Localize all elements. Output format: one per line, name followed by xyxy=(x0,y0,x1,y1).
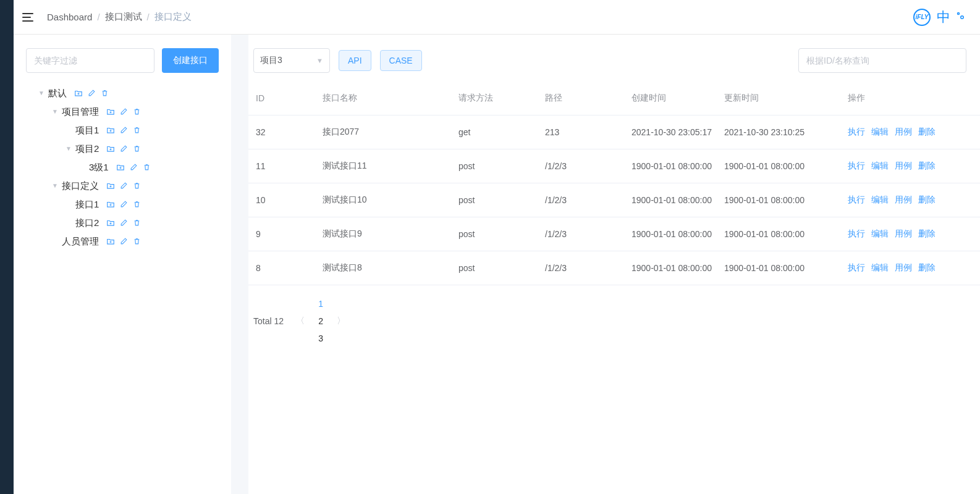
add-folder-icon[interactable] xyxy=(106,219,115,227)
tab-case[interactable]: CASE xyxy=(380,50,422,71)
delete-icon[interactable] xyxy=(101,89,109,98)
action-delete[interactable]: 删除 xyxy=(918,228,936,238)
language-toggle[interactable]: 中 xyxy=(937,8,950,27)
caret-down-icon[interactable]: ▼ xyxy=(52,177,58,195)
tree-node-project-mgmt[interactable]: 项目管理 xyxy=(62,103,99,121)
tree-filter-input[interactable] xyxy=(26,48,154,73)
pagination: Total 12 〈 123 〉 xyxy=(248,285,980,357)
search-input[interactable] xyxy=(798,48,966,73)
action-case[interactable]: 用例 xyxy=(895,262,912,272)
action-execute[interactable]: 执行 xyxy=(848,161,865,170)
delete-icon[interactable] xyxy=(133,219,141,227)
action-execute[interactable]: 执行 xyxy=(848,228,865,238)
edit-icon[interactable] xyxy=(120,182,128,190)
action-execute[interactable]: 执行 xyxy=(848,195,865,204)
pagination-page[interactable]: 1 xyxy=(312,295,329,312)
cell-updated: 1900-01-01 08:00:00 xyxy=(718,217,842,251)
action-execute[interactable]: 执行 xyxy=(848,262,865,272)
delete-icon[interactable] xyxy=(133,200,141,209)
cell-actions: 执行编辑用例删除 xyxy=(842,251,980,285)
api-list-panel: 项目3 ▼ API CASE ID 接口名称 请求方法 路径 创建 xyxy=(248,35,980,494)
action-case[interactable]: 用例 xyxy=(895,228,912,238)
delete-icon[interactable] xyxy=(133,126,141,135)
caret-down-icon[interactable]: ▼ xyxy=(38,84,44,103)
table-row: 9测试接口9post/1/2/31900-01-01 08:00:001900-… xyxy=(248,217,980,251)
action-delete[interactable]: 删除 xyxy=(918,127,936,136)
menu-toggle-icon[interactable] xyxy=(22,10,36,24)
pagination-page[interactable]: 2 xyxy=(312,312,329,330)
edit-icon[interactable] xyxy=(120,107,128,116)
project-select-value: 项目3 xyxy=(260,55,282,66)
add-folder-icon[interactable] xyxy=(106,200,115,209)
tree-node-default[interactable]: 默认 xyxy=(48,84,67,103)
add-folder-icon[interactable] xyxy=(106,182,115,190)
tree-node-api-def[interactable]: 接口定义 xyxy=(62,177,99,195)
ifly-logo-icon[interactable]: iFLY xyxy=(913,9,931,26)
pagination-page[interactable]: 3 xyxy=(312,330,329,347)
chevron-down-icon: ▼ xyxy=(316,57,323,64)
action-execute[interactable]: 执行 xyxy=(848,127,865,136)
breadcrumb-current: 接口定义 xyxy=(154,11,192,23)
add-folder-icon[interactable] xyxy=(106,126,115,135)
tree-node-level3-1[interactable]: 3级1 xyxy=(89,158,109,177)
action-delete[interactable]: 删除 xyxy=(918,195,936,204)
caret-down-icon[interactable]: ▼ xyxy=(65,140,72,158)
delete-icon[interactable] xyxy=(133,144,141,153)
cell-created: 1900-01-01 08:00:00 xyxy=(625,149,718,183)
tree-node-project2[interactable]: 项目2 xyxy=(75,140,99,158)
add-folder-icon[interactable] xyxy=(74,89,83,98)
project-select[interactable]: 项目3 ▼ xyxy=(253,48,330,73)
create-api-button[interactable]: 创建接口 xyxy=(162,48,219,73)
action-edit[interactable]: 编辑 xyxy=(871,228,889,238)
tree-node-api1[interactable]: 接口1 xyxy=(75,195,99,214)
action-edit[interactable]: 编辑 xyxy=(871,195,889,204)
pagination-prev-icon[interactable]: 〈 xyxy=(296,316,305,327)
add-folder-icon[interactable] xyxy=(116,163,125,172)
action-case[interactable]: 用例 xyxy=(895,161,912,170)
edit-icon[interactable] xyxy=(120,219,128,227)
delete-icon[interactable] xyxy=(143,163,151,172)
col-header-actions: 操作 xyxy=(842,82,980,115)
collapsed-sidebar xyxy=(0,0,14,494)
edit-icon[interactable] xyxy=(120,200,128,209)
edit-icon[interactable] xyxy=(120,237,128,246)
col-header-method: 请求方法 xyxy=(452,82,539,115)
cell-name: 测试接口11 xyxy=(316,149,452,183)
col-header-updated: 更新时间 xyxy=(718,82,842,115)
tree-node-api2[interactable]: 接口2 xyxy=(75,214,99,232)
action-edit[interactable]: 编辑 xyxy=(871,262,889,272)
breadcrumb-dashboard[interactable]: Dashboard xyxy=(47,12,92,22)
action-case[interactable]: 用例 xyxy=(895,195,912,204)
tool-icon[interactable] xyxy=(957,12,968,23)
delete-icon[interactable] xyxy=(133,237,141,246)
cell-updated: 1900-01-01 08:00:00 xyxy=(718,183,842,217)
action-edit[interactable]: 编辑 xyxy=(871,127,889,136)
tree-node-project1[interactable]: 项目1 xyxy=(75,121,99,140)
edit-icon[interactable] xyxy=(130,163,138,172)
edit-icon[interactable] xyxy=(88,89,96,98)
breadcrumb-level2[interactable]: 接口测试 xyxy=(105,11,142,23)
cell-method: post xyxy=(452,149,539,183)
edit-icon[interactable] xyxy=(120,144,128,153)
add-folder-icon[interactable] xyxy=(106,144,115,153)
col-header-name: 接口名称 xyxy=(316,82,452,115)
caret-down-icon[interactable]: ▼ xyxy=(52,103,58,121)
action-delete[interactable]: 删除 xyxy=(918,161,936,170)
action-case[interactable]: 用例 xyxy=(895,127,912,136)
api-table: ID 接口名称 请求方法 路径 创建时间 更新时间 操作 32接口2077get… xyxy=(248,82,980,285)
action-delete[interactable]: 删除 xyxy=(918,262,936,272)
pagination-next-icon[interactable]: 〉 xyxy=(337,316,345,327)
cell-actions: 执行编辑用例删除 xyxy=(842,183,980,217)
action-edit[interactable]: 编辑 xyxy=(871,161,889,170)
edit-icon[interactable] xyxy=(120,126,128,135)
breadcrumb: Dashboard / 接口测试 / 接口定义 xyxy=(47,11,192,23)
cell-created: 2021-10-30 23:05:17 xyxy=(625,115,718,149)
add-folder-icon[interactable] xyxy=(106,107,115,116)
add-folder-icon[interactable] xyxy=(106,237,115,246)
delete-icon[interactable] xyxy=(133,182,141,190)
tree-node-person-mgmt[interactable]: 人员管理 xyxy=(62,232,99,251)
cell-id: 10 xyxy=(248,183,316,217)
delete-icon[interactable] xyxy=(133,107,141,116)
cell-id: 9 xyxy=(248,217,316,251)
tab-api[interactable]: API xyxy=(339,50,371,71)
